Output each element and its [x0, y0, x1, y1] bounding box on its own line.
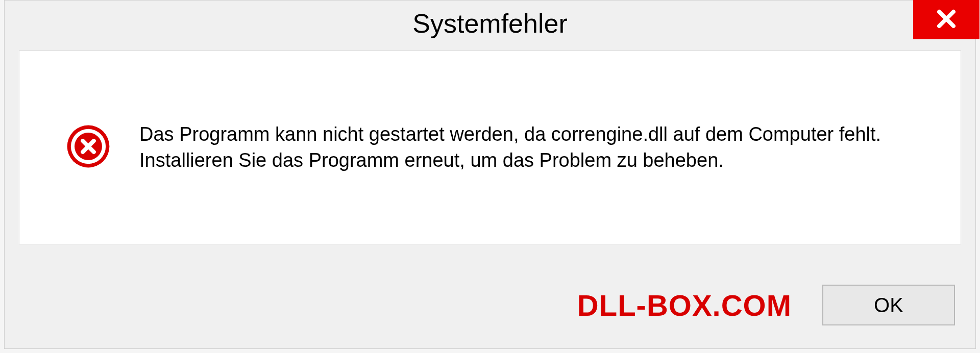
- close-icon: [934, 7, 959, 31]
- error-icon: [65, 123, 111, 171]
- error-message: Das Programm kann nicht gestartet werden…: [139, 121, 945, 174]
- error-dialog: Systemfehler Das Programm kann nicht ges…: [4, 0, 976, 349]
- dialog-title: Systemfehler: [412, 8, 567, 39]
- watermark-text: DLL-BOX.COM: [577, 288, 792, 322]
- titlebar: Systemfehler: [5, 1, 975, 46]
- close-button[interactable]: [913, 0, 979, 39]
- content-area: Das Programm kann nicht gestartet werden…: [19, 51, 961, 244]
- dialog-footer: DLL-BOX.COM OK: [5, 262, 975, 348]
- ok-button[interactable]: OK: [822, 285, 955, 325]
